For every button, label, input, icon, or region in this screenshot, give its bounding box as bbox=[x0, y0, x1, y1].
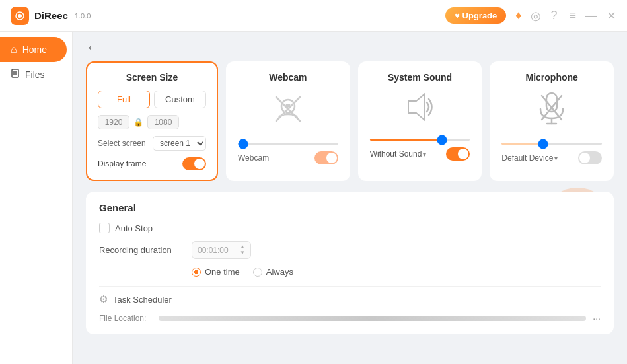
always-label: Always bbox=[266, 267, 293, 277]
microphone-title: Microphone bbox=[526, 72, 578, 83]
divider bbox=[99, 286, 601, 287]
time-down-arrow[interactable]: ▼ bbox=[240, 250, 245, 256]
select-screen-label: Select screen bbox=[98, 139, 146, 148]
mic-slider[interactable] bbox=[501, 143, 602, 145]
sidebar-item-files[interactable]: Files bbox=[0, 62, 67, 87]
close-icon[interactable]: ✕ bbox=[607, 9, 616, 23]
auto-stop-row: Auto Stop bbox=[99, 223, 601, 233]
webcam-slider[interactable] bbox=[238, 143, 338, 145]
minimize-icon[interactable]: — bbox=[585, 9, 597, 22]
diamond-icon[interactable]: ♦ bbox=[515, 9, 521, 22]
one-time-option[interactable]: One time bbox=[192, 267, 240, 277]
width-input[interactable] bbox=[98, 115, 129, 129]
svg-rect-2 bbox=[12, 69, 18, 77]
app-logo: DiReec 1.0.0 bbox=[11, 7, 91, 25]
full-size-button[interactable]: Full bbox=[98, 91, 150, 108]
content-inner: ← Screen Size Full Custom 🔒 bbox=[86, 40, 614, 334]
mic-device-label: Default Device bbox=[501, 153, 553, 163]
webcam-icon bbox=[270, 91, 307, 127]
duration-value: 00:01:00 bbox=[198, 246, 229, 255]
file-more-options[interactable]: ··· bbox=[593, 313, 601, 324]
system-sound-title: System Sound bbox=[388, 72, 452, 83]
always-radio[interactable] bbox=[253, 268, 262, 277]
webcam-title: Webcam bbox=[269, 72, 307, 83]
task-gear-icon: ⚙ bbox=[99, 293, 108, 305]
webcam-toggle[interactable] bbox=[314, 151, 338, 164]
height-input[interactable] bbox=[147, 115, 179, 129]
cards-row: Screen Size Full Custom 🔒 Select screen bbox=[86, 61, 614, 181]
title-bar: DiReec 1.0.0 ♥ Upgrade ♦ ◎ ? ≡ — ✕ bbox=[0, 0, 627, 32]
sound-slider-row bbox=[370, 131, 470, 143]
mic-slider-row bbox=[501, 135, 602, 147]
file-location-label: File Location: bbox=[99, 314, 152, 323]
one-time-label: One time bbox=[205, 267, 240, 277]
app-logo-icon bbox=[11, 7, 29, 25]
back-button[interactable]: ← bbox=[86, 40, 99, 55]
webcam-label: Webcam bbox=[238, 153, 269, 163]
microphone-card: Microphone bbox=[490, 61, 614, 181]
custom-size-button[interactable]: Custom bbox=[154, 91, 206, 108]
svg-marker-10 bbox=[408, 94, 424, 120]
screen-select[interactable]: screen 1 screen 2 bbox=[153, 136, 206, 151]
mic-icon bbox=[535, 91, 568, 127]
webcam-card: Webcam bbox=[226, 61, 350, 181]
files-icon bbox=[11, 69, 20, 81]
home-icon: ⌂ bbox=[11, 44, 17, 55]
mic-icon-area bbox=[535, 91, 568, 130]
task-scheduler-label: Task Scheduler bbox=[113, 295, 172, 305]
auto-stop-checkbox[interactable] bbox=[99, 223, 110, 233]
window-controls: ≡ — ✕ bbox=[569, 9, 616, 23]
display-frame-row: Display frame bbox=[98, 157, 206, 170]
webcam-slider-row bbox=[238, 135, 338, 147]
app-version-label: 1.0.0 bbox=[75, 12, 91, 20]
system-sound-card: System Sound bbox=[358, 61, 482, 181]
main-content: ← Screen Size Full Custom 🔒 bbox=[73, 32, 627, 364]
always-option[interactable]: Always bbox=[253, 267, 293, 277]
mic-label-row: Default Device ▾ bbox=[501, 151, 602, 164]
sound-select-label: Without Sound bbox=[370, 149, 422, 159]
duration-row: Recording duration 00:01:00 ▲ ▼ bbox=[99, 241, 601, 259]
title-bar-actions: ♥ Upgrade ♦ ◎ ? ≡ — ✕ bbox=[445, 7, 616, 24]
screen-size-title: Screen Size bbox=[98, 72, 206, 83]
repeat-options-row: One time Always bbox=[192, 267, 601, 277]
general-section: General Auto Stop Recording duration 00:… bbox=[86, 192, 614, 334]
upgrade-button[interactable]: ♥ Upgrade bbox=[445, 7, 506, 24]
lock-icon: 🔒 bbox=[133, 118, 143, 127]
sidebar-home-label: Home bbox=[22, 44, 47, 55]
time-up-arrow[interactable]: ▲ bbox=[240, 244, 245, 250]
cards-and-rec-wrapper: Screen Size Full Custom 🔒 Select screen bbox=[86, 61, 614, 181]
settings-circle-icon[interactable]: ◎ bbox=[531, 9, 541, 23]
sidebar-item-home[interactable]: ⌂ Home bbox=[0, 37, 67, 62]
file-location-row: File Location: ··· bbox=[99, 313, 601, 324]
webcam-label-row: Webcam bbox=[238, 151, 338, 164]
sound-label-row: Without Sound ▾ bbox=[370, 147, 470, 161]
time-arrows: ▲ ▼ bbox=[240, 244, 245, 256]
display-frame-label: Display frame bbox=[98, 159, 146, 168]
duration-input-field[interactable]: 00:01:00 ▲ ▼ bbox=[192, 241, 251, 259]
file-path-bar bbox=[159, 316, 586, 321]
task-scheduler-row[interactable]: ⚙ Task Scheduler bbox=[99, 293, 601, 305]
speaker-icon bbox=[402, 91, 439, 124]
recording-duration-label: Recording duration bbox=[99, 245, 185, 255]
sound-dropdown-arrow[interactable]: ▾ bbox=[423, 151, 426, 158]
display-frame-toggle[interactable] bbox=[182, 157, 206, 170]
sidebar-files-label: Files bbox=[25, 69, 45, 80]
svg-point-1 bbox=[18, 14, 22, 18]
auto-stop-label: Auto Stop bbox=[115, 223, 153, 233]
screen-size-card: Screen Size Full Custom 🔒 Select screen bbox=[86, 61, 218, 181]
speaker-icon-area bbox=[402, 91, 439, 126]
general-title: General bbox=[99, 202, 601, 213]
sound-toggle[interactable] bbox=[446, 147, 470, 161]
menu-icon[interactable]: ≡ bbox=[569, 9, 576, 22]
main-layout: ⌂ Home Files ← Screen Size bbox=[0, 32, 627, 364]
mic-toggle[interactable] bbox=[578, 151, 602, 164]
sound-slider[interactable] bbox=[370, 139, 470, 141]
app-name-label: DiReec bbox=[34, 10, 68, 21]
resolution-row: 🔒 bbox=[98, 115, 206, 129]
webcam-icon-area bbox=[270, 91, 307, 130]
mic-dropdown-arrow[interactable]: ▾ bbox=[554, 155, 558, 162]
select-screen-row: Select screen screen 1 screen 2 bbox=[98, 136, 206, 151]
size-buttons: Full Custom bbox=[98, 91, 206, 108]
help-icon[interactable]: ? bbox=[550, 9, 557, 22]
one-time-radio[interactable] bbox=[192, 268, 201, 277]
